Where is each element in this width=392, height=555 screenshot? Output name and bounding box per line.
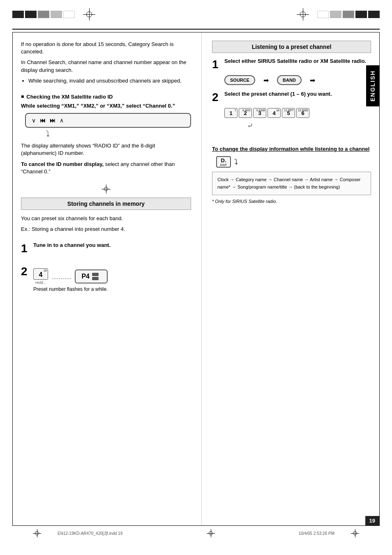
disp-label-sub: DISP — [220, 164, 227, 166]
mark-bar-2 — [25, 11, 37, 18]
bottom-area: EN12-19KD-AR470_420[J]f.indd 19 10/4/05 … — [12, 525, 380, 541]
preset-curve-arrow: ⤶ — [247, 122, 253, 130]
bottom-date-text: 10/4/05 2:53:26 PM — [299, 531, 334, 536]
preset-caption: Preset number flashes for a while. — [33, 286, 108, 292]
listen-step2-number: 2 — [212, 91, 224, 104]
footnote: * Only for SIRIUS Satellite radio. — [212, 198, 371, 205]
top-crosshair-left — [83, 8, 95, 21]
bullet-item-1: While searching, invalid and unsubscribe… — [28, 77, 191, 85]
display-p4: P4 — [81, 273, 90, 280]
nav-left-arrow: ∨ — [32, 117, 36, 124]
mark-bar-r5 — [368, 11, 380, 18]
right-mark-bars — [317, 11, 380, 18]
disp-label-d: D. — [221, 157, 226, 164]
intro-para1: If no operation is done for about 15 sec… — [21, 41, 191, 55]
store-step2: 2 10 4 Hold... — [21, 265, 191, 292]
preset-buttons-area: 7 1 8 W/O 2 9 SSM 3 10 4 — [224, 108, 371, 130]
step1-text: Tune in to a channel you want. — [33, 242, 111, 248]
display-section-title: To change the display information while … — [212, 146, 371, 152]
mark-bar-r2 — [330, 11, 341, 18]
preset-btn-2[interactable]: 8 W/O 2 — [239, 108, 252, 118]
english-sidebar-label: ENGLISH — [366, 65, 379, 106]
bottom-marks: EN12-19KD-AR470_420[J]f.indd 19 — [25, 529, 122, 537]
arrow-right-icon-2: ➡ — [310, 76, 315, 84]
xm-cancel: To cancel the ID number display, select … — [21, 161, 191, 175]
display-unit: P4 — [75, 269, 108, 283]
listen-step1: 1 Select either SIRIUS Satellite radio o… — [212, 58, 371, 71]
mark-bar-1 — [12, 11, 24, 18]
store-desc1: You can preset six channels for each ban… — [21, 215, 191, 222]
top-border-line — [12, 29, 380, 30]
channel-flow-box: Clock → Category name → Channel name → A… — [212, 172, 371, 195]
listen-section-title: Listening to a preset channel — [212, 41, 371, 53]
step2-number: 2 — [21, 265, 33, 278]
source-band-row: SOURCE ➡ BAND ➡ — [224, 75, 371, 85]
hold-illustration: 10 4 Hold... P4 — [33, 268, 108, 285]
mark-bar-r1 — [317, 11, 329, 18]
listen-step1-text: Select either SIRIUS Satellite radio or … — [224, 58, 366, 64]
page-number: 19 — [365, 516, 379, 525]
mark-bar-r3 — [343, 11, 354, 18]
crosshair-circle — [86, 12, 92, 17]
source-button: SOURCE — [224, 75, 255, 85]
disp-button[interactable]: D. DISP — [216, 156, 231, 168]
step2-content: 10 4 Hold... P4 — [33, 265, 108, 292]
xm-subtitle: While selecting “XM1,” “XM2,” or “XM3,” … — [21, 102, 191, 110]
top-marks-area — [0, 0, 392, 29]
nav-box: ∨ ⏮ ⏭ ∧ — [25, 113, 191, 128]
xm-section-title: Checking the XM Satellite radio ID — [21, 94, 191, 100]
bullet-list: While searching, invalid and unsubscribe… — [28, 77, 191, 85]
crosshair-circle-right — [300, 12, 306, 17]
content-area: If no operation is done for about 15 sec… — [12, 32, 380, 525]
preset-btn-4[interactable]: 10 4 — [267, 108, 281, 118]
bottom-file-text: EN12-19KD-AR470_420[J]f.indd 19 — [58, 531, 122, 536]
arrow-right-icon: ➡ — [263, 76, 269, 84]
mark-bar-5 — [63, 11, 75, 18]
listen-step2: 2 Select the preset channel (1 – 6) you … — [212, 91, 371, 104]
mark-bar-3 — [38, 11, 49, 18]
listen-step1-number: 1 — [212, 58, 224, 71]
xm-desc1: The display alternately shows “RADIO ID”… — [21, 142, 191, 157]
store-desc2: Ex.: Storing a channel into preset numbe… — [21, 226, 191, 233]
preset-btn-5[interactable]: 11 RPT 5 — [282, 108, 295, 118]
preset-buttons-row: 7 1 8 W/O 2 9 SSM 3 10 4 — [224, 108, 371, 118]
mid-crosshair-circle — [104, 187, 108, 191]
nav-device-illustration: ∨ ⏮ ⏭ ∧ ⤵ — [25, 113, 191, 139]
bottom-right-marks: 10/4/05 2:53:26 PM — [299, 529, 367, 537]
bottom-center-crosshair — [207, 529, 215, 537]
intro-para2: In Channel Search, channel name and chan… — [21, 59, 191, 74]
listen-section: Listening to a preset channel 1 Select e… — [212, 41, 371, 205]
step1-number: 1 — [21, 242, 33, 255]
left-column: If no operation is done for about 15 sec… — [13, 32, 202, 525]
xm-cancel-label: To cancel the ID number display, — [21, 161, 104, 167]
disp-button-area: D. DISP ⤵ — [216, 156, 371, 168]
band-button: BAND — [277, 75, 302, 85]
bottom-crosshair-right — [351, 529, 359, 537]
store-section-title: Storing channels in memory — [21, 198, 191, 210]
mark-bar-4 — [51, 11, 62, 18]
preset-btn-6[interactable]: 12 RND 6 — [296, 108, 309, 118]
disp-arrow: ⤵ — [234, 158, 238, 166]
store-step1: 1 Tune in to a channel you want. — [21, 242, 191, 255]
listen-step2-text: Select the preset channel (1 – 6) you wa… — [224, 91, 332, 97]
mid-crosshair — [101, 184, 111, 193]
right-column: Listening to a preset channel 1 Select e… — [202, 32, 379, 525]
dashed-curve-arrow: ⤵ — [46, 129, 50, 138]
top-crosshair-right — [297, 8, 309, 21]
display-section: To change the display information while … — [212, 146, 371, 205]
preset4-button: 10 4 — [33, 268, 48, 280]
skip-fwd-btn: ⏭ — [50, 117, 55, 124]
bottom-crosshair-left — [33, 529, 41, 537]
skip-back-btn: ⏮ — [40, 117, 46, 124]
bottom-crosshair-center — [198, 529, 223, 537]
hold-label: Hold... — [35, 281, 46, 285]
xm-section: Checking the XM Satellite radio ID While… — [21, 94, 191, 175]
mark-bar-r4 — [355, 11, 367, 18]
store-section: Storing channels in memory You can prese… — [21, 198, 191, 292]
nav-right-arrow: ∧ — [60, 117, 64, 124]
preset-btn-3[interactable]: 9 SSM 3 — [253, 108, 266, 118]
left-mark-bars — [12, 11, 75, 18]
preset-btn-1[interactable]: 7 1 — [224, 108, 238, 118]
